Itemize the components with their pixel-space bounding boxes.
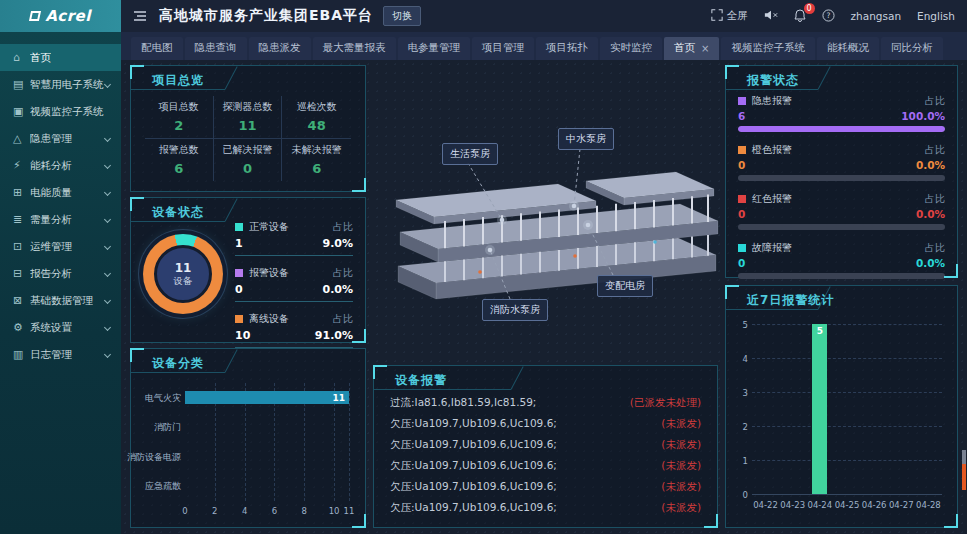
- alarm-count: 6: [738, 110, 745, 122]
- alarm-status-item: 橙色报警占比00.0%: [738, 143, 945, 181]
- sidebar-item-power-quality[interactable]: ⊞电能质量: [0, 179, 121, 206]
- tab-label: 同比分析: [891, 41, 933, 55]
- device-alarm-row[interactable]: 欠压:Ua109.7,Ub109.6,Uc109.6;(未派发): [390, 417, 701, 431]
- alarm-status-bar-track: [738, 175, 945, 181]
- home-icon: ⌂: [13, 51, 30, 64]
- help-button[interactable]: ?: [822, 9, 835, 24]
- device-alarm-row[interactable]: 欠压:Ua109.7,Ub109.6,Uc109.6;(未派发): [390, 501, 701, 515]
- ratio-label: 占比: [333, 220, 353, 234]
- chevron-down-icon: [104, 162, 111, 169]
- username[interactable]: zhangsan: [851, 10, 901, 22]
- alarm-count: 0: [738, 159, 745, 171]
- panel-notch: [374, 389, 511, 390]
- tab-label: 实时监控: [610, 41, 652, 55]
- building-label-fire-water-pump-room[interactable]: 消防水泵房: [482, 299, 548, 321]
- device-alarm-row[interactable]: 欠压:Ua109.7,Ub109.6,Uc109.6;(未派发): [390, 438, 701, 452]
- tab-label: 配电图: [141, 41, 173, 55]
- tab-home[interactable]: 首页×: [664, 37, 719, 60]
- x-tick-label: 2: [207, 506, 223, 516]
- stat-value: 0: [243, 161, 252, 176]
- tab-project-mgmt[interactable]: 项目管理: [472, 37, 534, 60]
- alarm-ratio: 0.0%: [916, 257, 945, 269]
- x-tick-label: 04-28: [910, 500, 946, 510]
- sidebar-item-demand-analysis[interactable]: ≣需量分析: [0, 206, 121, 233]
- bar: 11: [185, 391, 349, 404]
- panel-weekly-alarm: 近7日报警统计 01234504-2204-2304-24504-2504-26…: [725, 285, 958, 528]
- building-label-reclaimed-water-pump-room[interactable]: 中水泵房: [558, 128, 614, 150]
- fullscreen-button[interactable]: 全屏: [711, 9, 748, 23]
- device-status-legend-item: 正常设备占比19.0%: [235, 220, 353, 256]
- ops-icon: ⊡: [13, 240, 30, 253]
- alarm-status-text: (未派发): [661, 417, 701, 431]
- alarm-ratio: 100.0%: [901, 110, 945, 122]
- alarm-message: 过流:Ia81.6,Ib81.59,Ic81.59;: [390, 396, 536, 410]
- donut-center-label: 设备: [174, 275, 193, 288]
- sidebar-item-report-analysis[interactable]: ⊟报告分析: [0, 260, 121, 287]
- tab-max-demand-report[interactable]: 最大需量报表: [313, 37, 396, 60]
- notification-bell-button[interactable]: 0: [794, 9, 806, 24]
- alarm-status-text: (已派发未处理): [630, 396, 701, 410]
- sidebar-item-hazard-mgmt[interactable]: △隐患管理: [0, 125, 121, 152]
- fullscreen-label: 全屏: [727, 9, 748, 23]
- scrollbar-thumb[interactable]: [962, 450, 966, 464]
- ratio-label: 占比: [333, 312, 353, 326]
- tab-realtime-monitor[interactable]: 实时监控: [600, 37, 662, 60]
- settings-icon: ⚙: [13, 321, 30, 334]
- tab-energy-overview[interactable]: 能耗概况: [817, 37, 879, 60]
- legend-row: 红色报警占比: [738, 192, 945, 206]
- tab-bar: 配电图隐患查询隐患派发最大需量报表电参量管理项目管理项目拓扑实时监控首页×视频监…: [121, 32, 967, 60]
- tab-label: 能耗概况: [827, 41, 869, 55]
- stat-cell-5: 未解决报警6: [282, 139, 351, 182]
- tab-close-icon[interactable]: ×: [701, 43, 709, 54]
- building-label-transformer-room[interactable]: 变配电房: [597, 275, 653, 297]
- chevron-down-icon: [104, 189, 111, 196]
- sidebar-item-energy-analysis[interactable]: ⚡能耗分析: [0, 152, 121, 179]
- sidebar-item-label: 报告分析: [30, 267, 72, 281]
- log-icon: ▥: [13, 348, 30, 361]
- tab-yoy-analysis[interactable]: 同比分析: [881, 37, 943, 60]
- sidebar-item-ops-mgmt[interactable]: ⊡运维管理: [0, 233, 121, 260]
- building-label-life-pump-room[interactable]: 生活泵房: [442, 143, 498, 165]
- sidebar-item-home[interactable]: ⌂首页: [0, 44, 121, 71]
- sidebar-item-base-data-mgmt[interactable]: ⊠基础数据管理: [0, 287, 121, 314]
- panel-title: 项目总览: [152, 72, 204, 89]
- grid-line: [752, 358, 942, 359]
- device-alarm-row[interactable]: 欠压:Ua109.7,Ub109.6,Uc109.6;(未派发): [390, 480, 701, 494]
- speaker-muted-icon: [764, 9, 778, 23]
- tab-project-topology[interactable]: 项目拓扑: [536, 37, 598, 60]
- chevron-down-icon: [104, 81, 111, 88]
- sidebar-item-system-settings[interactable]: ⚙系统设置: [0, 314, 121, 341]
- brand-logo: Acrel: [0, 0, 121, 32]
- tab-hazard-dispatch[interactable]: 隐患派发: [249, 37, 311, 60]
- chevron-down-icon: [104, 135, 111, 142]
- x-axis-line: [752, 494, 942, 495]
- x-tick-label: 0: [177, 506, 193, 516]
- device-alarm-row[interactable]: 过流:Ia81.6,Ib81.59,Ic81.59;(已派发未处理): [390, 396, 701, 410]
- sidebar-item-smart-power-subsystem[interactable]: ▤智慧用电子系统: [0, 71, 121, 98]
- y-tick-label: 5: [734, 320, 748, 330]
- panel-device-category: 设备分类 024681011电气火灾11消防门消防设备电源应急疏散: [130, 348, 366, 528]
- sidebar-item-log-mgmt[interactable]: ▥日志管理: [0, 341, 121, 368]
- mute-button[interactable]: [764, 9, 778, 23]
- panel-notch-diag: [224, 198, 237, 221]
- y-tick-label: 3: [734, 388, 748, 398]
- scrollbar-thumb-accent[interactable]: [962, 464, 966, 490]
- language-switch[interactable]: English: [917, 10, 955, 22]
- sidebar-item-video-monitor-subsystem[interactable]: ▣视频监控子系统: [0, 98, 121, 125]
- tab-distribution-map[interactable]: 配电图: [131, 37, 183, 60]
- tab-video-subsystem[interactable]: 视频监控子系统: [721, 37, 815, 60]
- ratio-label: 占比: [333, 266, 353, 280]
- legend-color-swatch: [738, 195, 746, 203]
- panel-title: 设备报警: [395, 372, 447, 389]
- legend-row: 橙色报警占比: [738, 143, 945, 157]
- tab-electric-param-mgmt[interactable]: 电参量管理: [398, 37, 471, 60]
- stat-cell-3: 报警总数6: [145, 139, 214, 182]
- device-alarm-row[interactable]: 欠压:Ua109.7,Ub109.6,Uc109.6;(未派发): [390, 459, 701, 473]
- sidebar-collapse-icon[interactable]: [133, 10, 147, 22]
- panel-alarm-status: 报警状态 隐患报警占比6100.0%橙色报警占比00.0%红色报警占比00.0%…: [725, 65, 958, 278]
- switch-project-button[interactable]: 切换: [383, 6, 421, 26]
- alarm-status-list: 隐患报警占比6100.0%橙色报警占比00.0%红色报警占比00.0%故障报警占…: [738, 94, 945, 290]
- panel-project-overview: 项目总览 项目总数2探测器总数11巡检次数48报警总数6已解决报警0未解决报警6: [130, 65, 366, 192]
- building-3d-view[interactable]: 生活泵房 中水泵房 消防水泵房 变配电房: [370, 60, 720, 360]
- tab-hazard-query[interactable]: 隐患查询: [185, 37, 247, 60]
